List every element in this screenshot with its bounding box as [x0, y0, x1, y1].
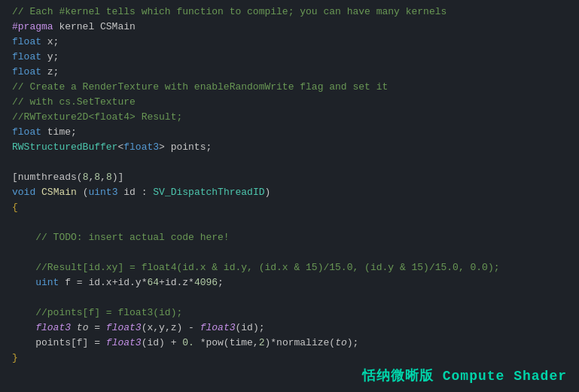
- line-11-content: [12, 155, 573, 170]
- code-line-19: uint f = id.x+id.y*64+id.z*4096;: [0, 275, 579, 290]
- pragma-text: kernel CSMain: [53, 21, 136, 32]
- code-line-18: //Result[id.xy] = float4(id.x & id.y, (i…: [0, 260, 579, 275]
- line-22-content: float3 to = float3(x,y,z) - float3(id);: [12, 321, 573, 336]
- line-21-content: //points[f] = float3(id);: [12, 305, 573, 321]
- code-line-21: //points[f] = float3(id);: [0, 305, 579, 321]
- code-line-12: [numthreads(8,8,8)]: [0, 170, 579, 185]
- line-5-content: float z;: [12, 65, 573, 80]
- code-line-2: #pragma kernel CSMain: [0, 20, 579, 35]
- line-14-content: {: [12, 200, 573, 215]
- code-line-1: // Each #kernel tells which function to …: [0, 5, 579, 20]
- code-line-24: }: [0, 351, 579, 366]
- code-line-8: //RWTexture2D<float4> Result;: [0, 110, 579, 125]
- code-line-10: RWStructuredBuffer<float3> points;: [0, 140, 579, 155]
- code-line-5: float z;: [0, 65, 579, 80]
- code-line-6: // Create a RenderTexture with enableRan…: [0, 80, 579, 95]
- code-line-15: [0, 215, 579, 230]
- line-10-content: RWStructuredBuffer<float3> points;: [12, 140, 573, 155]
- code-editor: // Each #kernel tells which function to …: [0, 0, 579, 370]
- watermark: 恬纳微晰版 Compute Shader: [362, 366, 567, 384]
- line-12-content: [numthreads(8,8,8)]: [12, 170, 573, 185]
- code-line-3: float x;: [0, 35, 579, 50]
- line-16-content: // TODO: insert actual code here!: [12, 230, 573, 245]
- code-line-11: [0, 155, 579, 170]
- line-19-content: uint f = id.x+id.y*64+id.z*4096;: [12, 275, 573, 290]
- line-15-content: [12, 215, 573, 230]
- line-23-content: points[f] = float3(id) + 0. *pow(time,2)…: [12, 336, 573, 351]
- pragma-keyword: #pragma: [12, 21, 53, 32]
- line-13-content: void CSMain (uint3 id : SV_DispatchThrea…: [12, 185, 573, 200]
- line-2-content: #pragma kernel CSMain: [12, 20, 573, 35]
- line-18-content: //Result[id.xy] = float4(id.x & id.y, (i…: [12, 260, 573, 275]
- line-1-content: // Each #kernel tells which function to …: [12, 5, 573, 20]
- line-17-content: [12, 245, 573, 260]
- line-24-content: }: [12, 351, 573, 366]
- line-20-content: [12, 290, 573, 305]
- line-7-content: // with cs.SetTexture: [12, 95, 573, 110]
- line-3-content: float x;: [12, 35, 573, 50]
- code-line-23: points[f] = float3(id) + 0. *pow(time,2)…: [0, 336, 579, 351]
- line-4-content: float y;: [12, 50, 573, 65]
- code-line-13: void CSMain (uint3 id : SV_DispatchThrea…: [0, 185, 579, 200]
- line-9-content: float time;: [12, 125, 573, 140]
- code-line-22: float3 to = float3(x,y,z) - float3(id);: [0, 321, 579, 336]
- code-line-16: // TODO: insert actual code here!: [0, 230, 579, 245]
- line-8-content: //RWTexture2D<float4> Result;: [12, 110, 573, 125]
- line-6-content: // Create a RenderTexture with enableRan…: [12, 80, 573, 95]
- code-line-9: float time;: [0, 125, 579, 140]
- code-line-20: [0, 290, 579, 305]
- code-line-7: // with cs.SetTexture: [0, 95, 579, 110]
- code-line-4: float y;: [0, 50, 579, 65]
- code-line-17: [0, 245, 579, 260]
- code-line-14: {: [0, 200, 579, 215]
